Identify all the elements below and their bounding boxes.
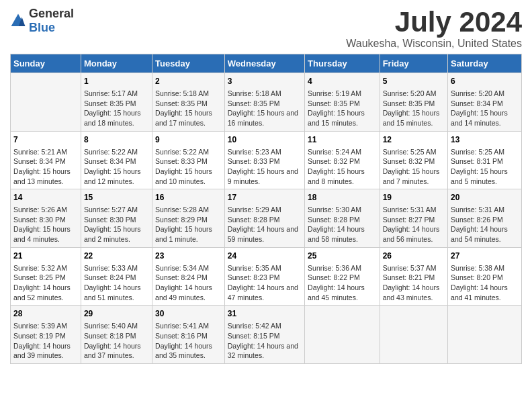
calendar-cell: 20Sunrise: 5:31 AMSunset: 8:26 PMDayligh…	[448, 189, 522, 248]
day-number: 15	[84, 192, 149, 203]
day-number: 5	[383, 76, 445, 87]
calendar-cell: 22Sunrise: 5:33 AMSunset: 8:24 PMDayligh…	[81, 247, 152, 306]
day-number: 19	[383, 192, 445, 203]
calendar-cell: 1Sunrise: 5:17 AMSunset: 8:35 PMDaylight…	[81, 73, 152, 132]
calendar-cell: 21Sunrise: 5:32 AMSunset: 8:25 PMDayligh…	[11, 247, 81, 306]
calendar-cell: 4Sunrise: 5:19 AMSunset: 8:35 PMDaylight…	[305, 73, 380, 132]
day-info: Sunrise: 5:25 AMSunset: 8:32 PMDaylight:…	[383, 147, 445, 187]
day-number: 13	[451, 134, 519, 146]
calendar-cell	[448, 306, 522, 364]
logo-general: General	[29, 7, 74, 20]
day-number: 23	[155, 250, 222, 262]
calendar-cell: 24Sunrise: 5:35 AMSunset: 8:23 PMDayligh…	[224, 247, 304, 306]
day-info: Sunrise: 5:22 AMSunset: 8:34 PMDaylight:…	[84, 147, 149, 187]
day-info: Sunrise: 5:36 AMSunset: 8:22 PMDaylight:…	[308, 263, 377, 303]
calendar-cell: 25Sunrise: 5:36 AMSunset: 8:22 PMDayligh…	[305, 247, 380, 306]
day-number: 3	[228, 76, 302, 87]
day-info: Sunrise: 5:37 AMSunset: 8:21 PMDaylight:…	[383, 263, 445, 303]
calendar-cell: 14Sunrise: 5:26 AMSunset: 8:30 PMDayligh…	[11, 189, 81, 248]
day-number: 8	[84, 134, 149, 146]
week-row-3: 14Sunrise: 5:26 AMSunset: 8:30 PMDayligh…	[11, 189, 522, 248]
day-number: 12	[383, 134, 445, 146]
day-number: 31	[228, 308, 302, 320]
day-number: 20	[451, 192, 519, 203]
calendar-cell: 10Sunrise: 5:23 AMSunset: 8:33 PMDayligh…	[224, 131, 304, 189]
day-number: 7	[13, 134, 78, 146]
col-header-sunday: Sunday	[11, 54, 81, 73]
calendar-cell	[380, 306, 447, 364]
day-info: Sunrise: 5:41 AMSunset: 8:16 PMDaylight:…	[155, 321, 222, 361]
calendar-cell: 9Sunrise: 5:22 AMSunset: 8:33 PMDaylight…	[152, 131, 225, 189]
calendar-cell: 31Sunrise: 5:42 AMSunset: 8:15 PMDayligh…	[224, 306, 304, 364]
day-info: Sunrise: 5:33 AMSunset: 8:24 PMDaylight:…	[84, 263, 149, 303]
calendar-header-row: SundayMondayTuesdayWednesdayThursdayFrid…	[11, 54, 522, 73]
week-row-1: 1Sunrise: 5:17 AMSunset: 8:35 PMDaylight…	[11, 73, 522, 132]
calendar-cell: 5Sunrise: 5:20 AMSunset: 8:35 PMDaylight…	[380, 73, 447, 132]
col-header-saturday: Saturday	[448, 54, 522, 73]
main-title: July 2024	[346, 7, 522, 38]
day-info: Sunrise: 5:35 AMSunset: 8:23 PMDaylight:…	[228, 263, 302, 303]
day-info: Sunrise: 5:20 AMSunset: 8:34 PMDaylight:…	[451, 89, 519, 128]
logo-blue: Blue	[29, 21, 55, 34]
day-info: Sunrise: 5:21 AMSunset: 8:34 PMDaylight:…	[13, 147, 78, 187]
day-info: Sunrise: 5:38 AMSunset: 8:20 PMDaylight:…	[451, 263, 519, 303]
col-header-wednesday: Wednesday	[224, 54, 304, 73]
day-number: 17	[228, 192, 302, 203]
calendar-cell: 17Sunrise: 5:29 AMSunset: 8:28 PMDayligh…	[224, 189, 304, 248]
calendar-cell: 6Sunrise: 5:20 AMSunset: 8:34 PMDaylight…	[448, 73, 522, 132]
calendar-cell: 27Sunrise: 5:38 AMSunset: 8:20 PMDayligh…	[448, 247, 522, 306]
day-info: Sunrise: 5:32 AMSunset: 8:25 PMDaylight:…	[13, 263, 78, 303]
calendar-cell: 11Sunrise: 5:24 AMSunset: 8:32 PMDayligh…	[305, 131, 380, 189]
day-info: Sunrise: 5:31 AMSunset: 8:27 PMDaylight:…	[383, 205, 445, 244]
calendar-table: SundayMondayTuesdayWednesdayThursdayFrid…	[10, 54, 522, 364]
day-info: Sunrise: 5:29 AMSunset: 8:28 PMDaylight:…	[228, 205, 302, 244]
day-info: Sunrise: 5:22 AMSunset: 8:33 PMDaylight:…	[155, 147, 222, 187]
col-header-thursday: Thursday	[305, 54, 380, 73]
day-number: 16	[155, 192, 222, 203]
title-area: July 2024 Waukesha, Wisconsin, United St…	[346, 7, 522, 50]
day-info: Sunrise: 5:27 AMSunset: 8:30 PMDaylight:…	[84, 205, 149, 244]
calendar-cell: 15Sunrise: 5:27 AMSunset: 8:30 PMDayligh…	[81, 189, 152, 248]
day-info: Sunrise: 5:31 AMSunset: 8:26 PMDaylight:…	[451, 205, 519, 244]
day-number: 22	[84, 250, 149, 262]
day-info: Sunrise: 5:17 AMSunset: 8:35 PMDaylight:…	[84, 89, 149, 128]
day-number: 29	[84, 308, 149, 320]
calendar-cell	[305, 306, 380, 364]
day-info: Sunrise: 5:26 AMSunset: 8:30 PMDaylight:…	[13, 205, 78, 244]
calendar-cell: 16Sunrise: 5:28 AMSunset: 8:29 PMDayligh…	[152, 189, 225, 248]
day-number: 1	[84, 76, 149, 87]
calendar-cell: 29Sunrise: 5:40 AMSunset: 8:18 PMDayligh…	[81, 306, 152, 364]
logo: General Blue	[10, 7, 74, 35]
week-row-5: 28Sunrise: 5:39 AMSunset: 8:19 PMDayligh…	[11, 306, 522, 364]
day-info: Sunrise: 5:25 AMSunset: 8:31 PMDaylight:…	[451, 147, 519, 187]
day-info: Sunrise: 5:18 AMSunset: 8:35 PMDaylight:…	[228, 89, 302, 128]
calendar-cell: 2Sunrise: 5:18 AMSunset: 8:35 PMDaylight…	[152, 73, 225, 132]
calendar-cell: 3Sunrise: 5:18 AMSunset: 8:35 PMDaylight…	[224, 73, 304, 132]
day-info: Sunrise: 5:30 AMSunset: 8:28 PMDaylight:…	[308, 205, 377, 244]
calendar-cell: 19Sunrise: 5:31 AMSunset: 8:27 PMDayligh…	[380, 189, 447, 248]
day-number: 18	[308, 192, 377, 203]
calendar-cell: 30Sunrise: 5:41 AMSunset: 8:16 PMDayligh…	[152, 306, 225, 364]
calendar-cell: 7Sunrise: 5:21 AMSunset: 8:34 PMDaylight…	[11, 131, 81, 189]
day-info: Sunrise: 5:28 AMSunset: 8:29 PMDaylight:…	[155, 205, 222, 244]
day-info: Sunrise: 5:42 AMSunset: 8:15 PMDaylight:…	[228, 321, 302, 361]
col-header-friday: Friday	[380, 54, 447, 73]
day-number: 4	[308, 76, 377, 87]
day-number: 27	[451, 250, 519, 262]
calendar-cell: 12Sunrise: 5:25 AMSunset: 8:32 PMDayligh…	[380, 131, 447, 189]
calendar-cell: 26Sunrise: 5:37 AMSunset: 8:21 PMDayligh…	[380, 247, 447, 306]
week-row-2: 7Sunrise: 5:21 AMSunset: 8:34 PMDaylight…	[11, 131, 522, 189]
day-number: 21	[13, 250, 78, 262]
day-info: Sunrise: 5:34 AMSunset: 8:24 PMDaylight:…	[155, 263, 222, 303]
calendar-cell	[11, 73, 81, 132]
subtitle: Waukesha, Wisconsin, United States	[346, 38, 522, 50]
day-info: Sunrise: 5:23 AMSunset: 8:33 PMDaylight:…	[228, 147, 302, 187]
day-number: 11	[308, 134, 377, 146]
day-number: 24	[228, 250, 302, 262]
logo-icon	[10, 13, 26, 29]
col-header-tuesday: Tuesday	[152, 54, 225, 73]
logo-text: General Blue	[29, 7, 74, 35]
day-number: 28	[13, 308, 78, 320]
day-info: Sunrise: 5:39 AMSunset: 8:19 PMDaylight:…	[13, 321, 78, 361]
calendar-cell: 8Sunrise: 5:22 AMSunset: 8:34 PMDaylight…	[81, 131, 152, 189]
